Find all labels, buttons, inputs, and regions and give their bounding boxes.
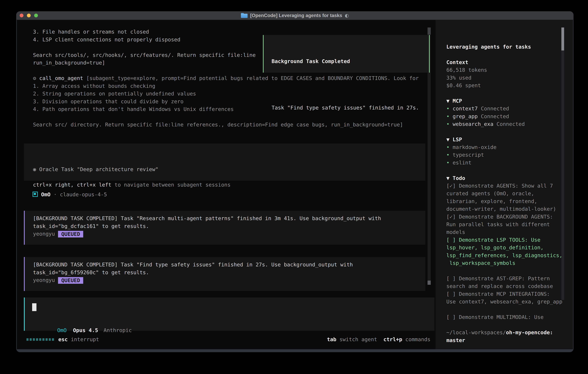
todo-item: [ ] Demonstrate MULTIMODAL: Use [446,313,573,321]
text-segment: 2. String operations on potentially unde… [33,91,196,97]
oracle-task-title: ◉ Oracle Task "Deep architecture review" [33,166,425,173]
main-scrollbar-thumb-bottom[interactable] [428,280,431,285]
queued-badge: QUEUED [58,277,83,284]
todo-item: [✓] Demonstrate BACKGROUND AGENTS: [446,213,573,220]
sidebar-scrollbar-thumb[interactable] [561,28,564,51]
text-segment: 3. Division operations that could divide… [33,98,183,104]
model-row: OmOOpus 4.5Anthropic [32,319,132,326]
queued-badge: QUEUED [58,231,83,238]
titlebar[interactable]: [OpenCode] Leveraging agents for tasks ◐ [16,11,574,20]
text-segment: · [51,191,60,197]
lsp-typescript: • typescript [446,151,573,159]
spinner-dot [30,338,32,341]
todo-item: search and replace across codebase [446,282,573,290]
opencode-window: [OpenCode] Leveraging agents for tasks ◐… [16,11,574,352]
text-segment: Use context7, websearch_exa, grep_app [446,299,562,305]
subagent-session-header[interactable]: OmO · claude-opus-4-5 [32,191,107,198]
sidebar-line [446,305,573,313]
spinner-icon [26,338,54,341]
oracle-task-panel: ◉ Oracle Task "Deep architecture review"… [24,144,425,181]
todo-item: [ ] Demonstrate MCP INTEGRATIONS: [446,290,573,298]
collapse-triangle-icon: ▼ [446,175,452,181]
context-tokens: 66,518 tokens [446,66,573,74]
text-segment: websearch_exa [452,121,493,127]
text-segment: eslint [452,160,471,166]
status-dot-icon: • [446,144,452,150]
gear-icon: ⚙ [33,75,39,81]
background-task-message: [BACKGROUND TASK COMPLETED] Task "Find t… [24,257,425,291]
lsp-markdown-oxide: • markdown-oxide [446,143,573,151]
text-segment: Leveraging agents for tasks [446,44,531,50]
close-button[interactable] [20,14,23,17]
todo-item: Run parallel tasks with different [446,220,573,228]
context-heading: Context [446,58,573,66]
sidebar-line [446,51,573,58]
mcp-grep-app: • grep_app Connected [446,113,573,120]
message-line: [BACKGROUND TASK COMPLETED] Task "Find t… [33,261,425,269]
task-author: yeongyu [33,231,58,237]
text-segment: lsp_workspace_symbols [446,260,515,266]
background-task-messages: [BACKGROUND TASK COMPLETED] Task "Resear… [24,211,425,291]
text-segment: oh-my-opencode: [506,330,553,335]
session-title: Leveraging agents for tasks [446,43,573,51]
text-segment [377,336,383,342]
section-todo[interactable]: ▼ Todo [446,174,573,182]
todo-item-active: lsp_workspace_symbols [446,259,573,267]
text-segment: 33% used [446,75,471,81]
message-line: task_id="bg_6f59260c" to get results. [33,269,425,276]
message-line: task_id="bg_dcfac161" to get results. [33,222,425,230]
background-task-message: [BACKGROUND TASK COMPLETED] Task "Resear… [24,211,425,245]
sidebar-scrollbar[interactable] [561,28,564,300]
context-spent: $0.46 spent [446,82,573,89]
todo-item: [ ] Demonstrate AST-GREP: Pattern [446,275,573,282]
oracle-task-icon: ◉ [33,166,39,172]
text-segment: $0.46 spent [446,83,481,88]
text-segment: document-writer, multimodal-looker) [446,206,556,212]
text-segment: ctrl+x right, ctrl+x left [33,182,111,188]
spinner-dot [33,338,35,341]
text-segment: to navigate between subagent sessions [111,182,231,188]
terminal-line: 3. File handles or streams not closed [33,28,419,36]
minimize-button[interactable] [27,14,31,17]
spinner-dot [26,338,29,341]
zoom-button[interactable] [34,14,38,17]
main-scrollbar-thumb-top[interactable] [428,28,431,35]
text-segment: ctrl+p [383,336,402,342]
text-cursor [32,303,36,311]
collapse-triangle-icon: ▼ [446,98,452,104]
text-segment: ~/local-workspaces/ [446,330,506,335]
collapse-triangle-icon: ▼ [446,136,452,143]
notification-title: Background Task Completed [272,57,429,65]
model-name[interactable]: Opus 4.5 [73,327,98,333]
section-mcp[interactable]: ▼ MCP [446,97,573,105]
status-bar: esc interrupt tab switch agent ctrl+p co… [26,335,430,343]
text-segment: [✓] Demonstrate BACKGROUND AGENTS: [446,214,553,220]
section-lsp[interactable]: ▼ LSP [446,136,573,143]
text-segment: [ ] Demonstrate MCP INTEGRATIONS: [446,291,550,297]
text-segment: esc [58,336,68,342]
window-bottom-edge [16,349,574,352]
status-dot-icon: • [446,105,452,112]
git-branch: master [446,336,573,344]
todo-item-active: [ ] Demonstrate LSP TOOLS: Use [446,236,573,244]
text-segment: MCP [452,98,462,104]
sidebar-line [446,166,573,174]
terminal-main-pane: 3. File handles or streams not closed4. … [17,20,435,349]
text-segment: [ ] Demonstrate LSP TOOLS: Use [446,237,540,243]
text-segment: 4. Path operations that don't handle Win… [33,106,234,112]
text-segment: Todo [452,175,465,181]
window-title: [OpenCode] Leveraging agents for tasks [250,13,342,18]
text-segment: lsp_find_references, lsp_diagnostics, [446,252,562,258]
active-agent-label[interactable]: OmO [57,327,67,333]
text-segment: context7 [452,105,478,112]
text-segment: Oracle Task "Deep architecture review" [39,166,158,172]
model-provider: Anthropic [104,327,132,333]
text-segment: master [446,337,465,343]
todo-item: Use context7, websearch_exa, grep_app [446,298,573,305]
text-segment: 66,518 tokens [446,67,487,73]
message-meta-row: yeongyu QUEUED [33,276,425,284]
todo-item: models [446,228,573,236]
text-segment: 1. Array access without bounds checking [33,83,155,89]
text-segment: models [446,229,465,235]
prompt-input[interactable]: OmOOpus 4.5Anthropic [24,298,434,331]
